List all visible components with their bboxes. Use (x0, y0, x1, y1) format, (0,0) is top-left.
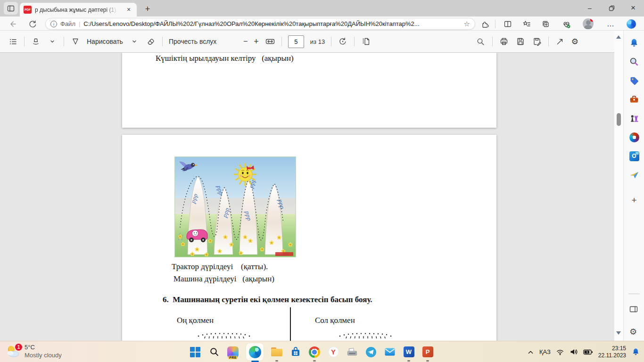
document-line: Машина дүрілдеуі (ақырын) (173, 274, 274, 284)
tab-close-icon[interactable]: × (124, 6, 133, 14)
scroll-up-arrow-icon[interactable] (616, 35, 621, 39)
volume-icon[interactable] (570, 348, 578, 356)
new-tab-button[interactable]: + (141, 3, 154, 15)
notifications-bell-icon[interactable] (628, 37, 640, 49)
sidebar-settings-gear-icon[interactable]: ⚙ (629, 327, 637, 337)
profile-alert-dot (590, 18, 594, 22)
zoom-in-button[interactable]: + (254, 37, 259, 46)
tray-time: 23:15 (598, 345, 626, 352)
drop-paper-plane-icon[interactable] (628, 169, 640, 181)
weather-widget[interactable]: 1 5°C Mostly cloudy (6, 343, 62, 359)
running-app-indicator (426, 360, 429, 362)
pdf-page-5: ррр ррр ррр ррр ррр ррр (122, 135, 496, 341)
weather-condition: Mostly cloudy (25, 351, 62, 359)
rotate-icon[interactable] (338, 36, 348, 47)
file-explorer-icon[interactable] (271, 346, 282, 358)
pdf-viewer[interactable]: Күшіктің ырылдауын келтіру (ақырын) (0, 53, 614, 341)
eraser-icon[interactable] (146, 36, 156, 47)
split-screen-icon[interactable] (503, 19, 513, 29)
chrome-icon[interactable] (309, 346, 320, 358)
copilot-preview-icon[interactable]: PRE (227, 346, 239, 358)
mail-icon[interactable] (384, 346, 396, 358)
window-controls: – × (579, 0, 644, 16)
scroll-down-arrow-icon[interactable] (616, 331, 621, 335)
search-document-icon[interactable] (476, 36, 486, 47)
taskbar-dock: PRE Y W P (190, 341, 433, 362)
page-info-icon[interactable]: i (50, 21, 57, 27)
table-of-contents-icon[interactable] (8, 36, 18, 47)
tab-actions-menu-button[interactable] (4, 2, 18, 15)
save-as-icon[interactable] (532, 36, 542, 47)
games-chess-icon[interactable] (628, 113, 640, 124)
tray-date: 22.11.2023 (598, 352, 626, 359)
draw-chevron-icon[interactable] (129, 36, 140, 47)
running-app-indicator (275, 360, 278, 362)
page-number-input[interactable] (288, 35, 304, 48)
taskbar-search-icon[interactable] (208, 346, 220, 358)
back-icon[interactable] (8, 19, 18, 29)
pdf-page-4-bottom: Күшіктің ырылдауын келтіру (ақырын) (122, 53, 496, 128)
language-indicator[interactable]: ҚАЗ (539, 348, 551, 355)
page-count-label: из 13 (310, 38, 325, 45)
window-close-button[interactable]: × (622, 0, 644, 16)
running-app-indicator (407, 360, 410, 362)
clock-widget[interactable]: 23:15 22.11.2023 (598, 345, 626, 359)
tray-notification-bell-icon[interactable] (631, 347, 640, 356)
url-text[interactable]: C:/Users/Lenovo/Desktop/ФАЙЛЫ%202/Гүлназ… (83, 20, 460, 27)
sidebar-add-icon[interactable]: + (628, 195, 640, 206)
tray-chevron-up-icon[interactable] (527, 349, 534, 355)
browser-tab-bar: PDF р дысыбына жұмыс дәптері (1). × + – … (0, 0, 644, 16)
pdf-scrollbar[interactable] (614, 31, 623, 341)
profile-avatar[interactable] (583, 18, 594, 29)
highlighter-chevron-icon[interactable] (47, 36, 58, 47)
toolbar-divider (492, 37, 493, 46)
fullscreen-icon[interactable] (555, 36, 565, 47)
toolbar-divider (24, 37, 25, 46)
zoom-out-button[interactable]: − (243, 38, 248, 45)
microsoft-365-icon[interactable] (628, 132, 640, 143)
word-icon[interactable]: W (403, 346, 414, 358)
address-separator: | (79, 20, 80, 27)
notification-count-badge: 1 (15, 344, 22, 351)
page-view-icon[interactable] (361, 36, 371, 47)
outlook-icon[interactable]: O (628, 150, 640, 162)
collections-icon[interactable] (540, 19, 551, 29)
yandex-browser-icon[interactable]: Y (328, 346, 339, 358)
wifi-icon[interactable] (556, 348, 564, 356)
toolbar-divider (548, 37, 549, 46)
telegram-icon[interactable] (365, 346, 377, 358)
document-line: Күшіктің ырылдауын келтіру (ақырын) (156, 54, 294, 63)
fax-scanner-icon[interactable] (347, 346, 358, 358)
browser-navbar: i Файл | C:/Users/Lenovo/Desktop/ФАЙЛЫ%2… (0, 16, 644, 31)
browser-essentials-icon[interactable] (561, 19, 571, 29)
settings-more-icon[interactable]: … (605, 19, 616, 29)
edge-taskbar-icon-active[interactable] (246, 343, 264, 361)
favorite-star-icon[interactable]: ☆ (464, 20, 470, 28)
read-aloud-button[interactable]: Прочесть вслух (169, 38, 216, 45)
address-bar[interactable]: i Файл | C:/Users/Lenovo/Desktop/ФАЙЛЫ%2… (45, 18, 475, 30)
highlighter-icon[interactable] (31, 36, 41, 47)
window-minimize-button[interactable]: – (579, 0, 601, 16)
print-icon[interactable] (499, 36, 509, 47)
extensions-icon[interactable] (480, 19, 490, 29)
tools-toolbox-icon[interactable] (628, 94, 640, 105)
right-column-label: Сол қолмен (315, 316, 355, 325)
battery-charging-icon[interactable] (583, 348, 593, 356)
powerpoint-icon[interactable]: P (422, 346, 433, 358)
start-button[interactable] (190, 346, 201, 358)
fit-to-width-icon[interactable] (265, 36, 275, 47)
sidebar-panel-icon[interactable] (628, 304, 639, 314)
bing-search-icon[interactable] (628, 56, 640, 67)
microsoft-store-icon[interactable] (290, 346, 301, 358)
active-tab[interactable]: PDF р дысыбына жұмыс дәптері (1). × (20, 3, 137, 16)
shopping-tag-icon[interactable] (628, 75, 640, 86)
refresh-icon[interactable] (27, 19, 38, 29)
draw-pen-icon[interactable] (70, 36, 81, 47)
copilot-icon[interactable] (626, 19, 636, 29)
scrollbar-thumb[interactable] (617, 113, 621, 126)
pdf-settings-gear-icon[interactable]: ⚙ (571, 37, 578, 47)
draw-button[interactable]: Нарисовать (87, 38, 123, 45)
favorites-icon[interactable] (521, 19, 532, 29)
system-tray: ҚАЗ 23:15 22.11.2023 (527, 341, 640, 362)
window-restore-button[interactable] (601, 0, 622, 16)
